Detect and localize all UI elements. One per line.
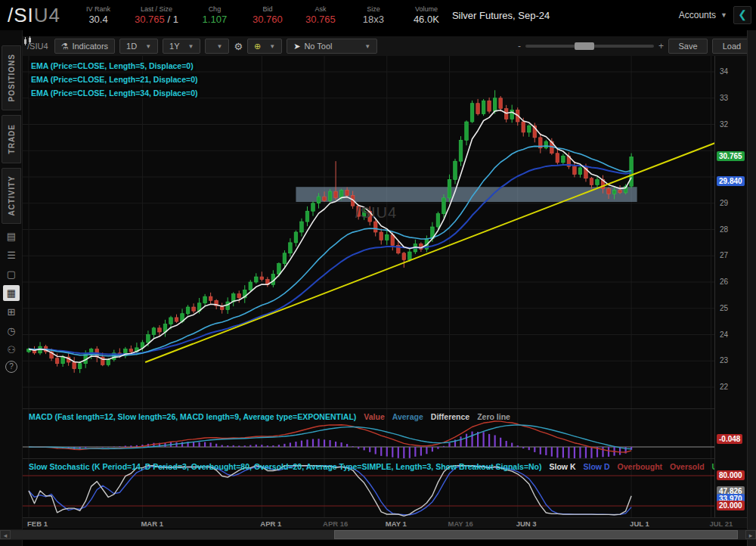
sidebar-clock-icon[interactable]: ◷ (3, 323, 20, 339)
legend-item-value: Value (364, 412, 384, 421)
flask-icon: ⚗ (61, 42, 69, 51)
timeframe-dropdown[interactable]: 1D▼ (119, 39, 158, 54)
chart-toolbar: /SIU4 ⚗ Indicators 1D▼ 1Y▼ ▼ ⚙ ⊕▼ ➤ No T… (23, 36, 756, 56)
accounts-label: Accounts (679, 10, 716, 20)
indicators-button[interactable]: ⚗ Indicators (54, 39, 116, 54)
symbol-logo: /SIU4 (8, 4, 60, 27)
macd-study-label: MACD (Fast length=12, Slow length=26, MA… (29, 412, 356, 421)
time-label-feb-1: FEB 1 (27, 520, 48, 528)
price-axis[interactable]: 222324252627282932333430.76529.840-0.048… (714, 56, 747, 517)
chart-scrollbar[interactable]: ◂ ▸ (0, 529, 756, 540)
scroll-right-arrow[interactable]: ▸ (745, 530, 756, 539)
symbol-primary: /SI (8, 4, 34, 26)
chart-watermark: /SIU4 (355, 204, 397, 222)
zoom-slider-track[interactable] (525, 45, 654, 48)
range-dropdown[interactable]: 1Y▼ (163, 39, 200, 54)
sidebar-chart-icon[interactable]: ▦ (3, 285, 20, 301)
scrollbar-handle[interactable] (334, 530, 739, 539)
sidebar-tab-trade[interactable]: TRADE (2, 115, 21, 163)
zoom-in-button[interactable]: + (658, 41, 664, 51)
collapsed-right-panel[interactable] (747, 30, 756, 546)
time-label-jul-1: JUL 1 (630, 520, 649, 528)
gear-icon[interactable]: ⚙ (234, 41, 243, 52)
price-tick-27: 27 (720, 251, 728, 259)
quote-stat-chg: Chg1.107 (198, 5, 231, 25)
chevron-down-icon: ▼ (720, 11, 727, 19)
scrollbar-track[interactable] (11, 530, 745, 539)
last-price-badge: 30.765 (717, 151, 745, 161)
zoom-out-button[interactable]: - (518, 41, 521, 51)
sidebar-box-icon[interactable]: ▢ (3, 266, 20, 282)
sidebar-people-icon[interactable]: ⚇ (3, 342, 20, 358)
quote-stat-size: Size18x3 (357, 5, 390, 25)
quote-stats: IV Rank30.4Last / Size30.765 / 1Chg1.107… (82, 5, 443, 25)
price-tick-33: 33 (720, 94, 728, 102)
globe-draw-icon: ⊕ (254, 42, 261, 51)
ema-study-labels: EMA (Price=CLOSE, Length=5, Displace=0)E… (29, 60, 200, 101)
price-tick-25: 25 (720, 304, 728, 312)
chevron-down-icon: ▼ (216, 43, 222, 50)
sidebar-grid-icon[interactable]: ⊞ (3, 304, 20, 320)
stochastic-study-label: Slow Stochastic (K Period=14, D Period=3… (29, 462, 542, 471)
sidebar-tab-activity[interactable]: ACTIVITY (2, 168, 21, 224)
macd-legend: MACD (Fast length=12, Slow length=26, MA… (29, 412, 510, 421)
instrument-title: Silver Futures, Sep-24 (452, 10, 550, 21)
price-tick-32: 32 (720, 120, 728, 129)
symbol-suffix: U4 (34, 4, 60, 26)
save-button[interactable]: Save (668, 39, 708, 54)
candlestick-series (27, 90, 634, 373)
quote-stat-ask: Ask30.765 (304, 5, 337, 25)
chevron-down-icon: ▼ (364, 43, 370, 50)
sidebar-notes-icon[interactable]: ▤ (3, 228, 20, 244)
load-button[interactable]: Load (712, 39, 751, 54)
legend-item-overbought: Overbought (618, 462, 663, 471)
chevron-down-icon: ▼ (145, 43, 151, 50)
sidebar-tab-positions[interactable]: POSITIONS (2, 45, 21, 110)
price-tick-22: 22 (720, 383, 728, 391)
legend-item-average: Average (392, 412, 423, 421)
macd-panel[interactable]: MACD (Fast length=12, Slow length=26, MA… (23, 408, 714, 458)
legend-item-slow-d: Slow D (584, 462, 610, 471)
price-tick-26: 26 (720, 278, 728, 286)
scroll-left-arrow[interactable]: ◂ (0, 530, 11, 539)
time-label-jun-3: JUN 3 (516, 520, 537, 528)
stoch-badge-80.000: 80.000 (717, 470, 745, 480)
range-value: 1Y (169, 42, 179, 51)
zoom-slider: - + (518, 41, 664, 51)
prev-close-badge: 29.840 (717, 176, 745, 186)
timeframe-value: 1D (126, 42, 137, 51)
ema-label-0: EMA (Price=CLOSE, Length=5, Displace=0) (29, 60, 196, 71)
quote-header: /SIU4 IV Rank30.4Last / Size30.765 / 1Ch… (0, 0, 756, 30)
price-tick-29: 29 (720, 199, 728, 207)
macd-value-badge: -0.048 (717, 434, 742, 444)
stochastic-legend: Slow Stochastic (K Period=14, D Period=3… (29, 462, 714, 471)
zoom-slider-handle[interactable] (575, 42, 594, 50)
quote-stat-volume: Volume46.0K (410, 5, 443, 25)
drawing-tools-dropdown[interactable]: ⊕▼ (247, 39, 282, 54)
chevron-down-icon: ▼ (188, 43, 194, 50)
legend-item-oversold: Oversold (670, 462, 705, 471)
candlestick-chart (23, 56, 714, 408)
quote-stat-last-size: Last / Size30.765 / 1 (135, 5, 178, 25)
legend-item-difference: Difference (431, 412, 469, 421)
chart-style-dropdown[interactable]: ▼ (205, 39, 229, 54)
quote-stat-bid: Bid30.760 (251, 5, 284, 25)
legend-item-up-signal: Up Signal (712, 462, 714, 471)
quote-stat-iv-rank: IV Rank30.4 (82, 5, 115, 25)
no-tool-dropdown[interactable]: ➤ No Tool▼ (287, 39, 377, 54)
trading-platform-window: /SIU4 IV Rank30.4Last / Size30.765 / 1Ch… (0, 0, 756, 546)
chevron-down-icon: ▼ (269, 43, 275, 50)
legend-item-slow-k: Slow K (550, 462, 576, 471)
stochastic-panel[interactable]: Slow Stochastic (K Period=14, D Period=3… (23, 458, 714, 517)
price-chart-panel[interactable]: EMA (Price=CLOSE, Length=5, Displace=0)E… (23, 56, 714, 408)
sidebar-help-icon[interactable]: ? (5, 361, 17, 373)
time-axis: FEB 1MAR 1APR 1APR 16MAY 1MAY 16JUN 3JUL… (23, 517, 747, 529)
collapse-panel-button[interactable]: ❮ (733, 6, 751, 24)
stoch-badge-20.000: 20.000 (717, 501, 745, 510)
indicators-label: Indicators (72, 42, 108, 51)
price-tick-24: 24 (720, 330, 728, 339)
accounts-dropdown[interactable]: Accounts ▼ (679, 10, 727, 20)
sidebar-list-icon[interactable]: ☰ (3, 247, 20, 263)
time-label-may-1: MAY 1 (386, 520, 407, 528)
price-tick-28: 28 (720, 225, 728, 234)
